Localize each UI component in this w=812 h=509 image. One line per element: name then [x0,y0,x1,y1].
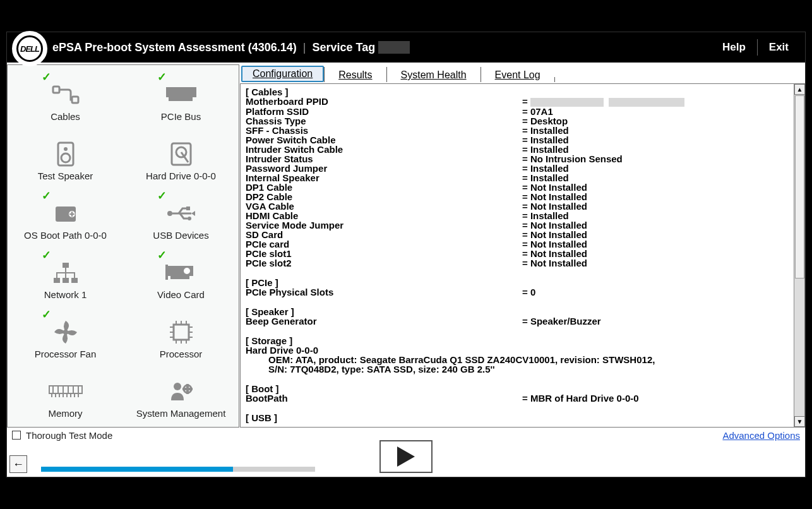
svg-rect-20 [170,276,189,279]
check-icon: ✓ [42,189,51,203]
device-label: Cables [51,111,80,122]
config-value: = No Intrusion Sensed [522,154,623,164]
config-value: = Not Installed [522,192,587,201]
config-key: Intruder Status [246,154,522,164]
config-row: Internal Speaker= Installed [246,173,789,183]
thorough-checkbox[interactable] [12,431,21,440]
check-icon: ✓ [42,70,51,84]
config-key: PCIe card [246,239,522,249]
title-separator: | [303,41,306,54]
scrollbar[interactable]: ▲ ▼ [794,84,804,427]
config-row: VGA Cable= Not Installed [246,201,789,211]
svg-rect-17 [71,278,78,283]
config-key: Chassis Type [246,116,522,126]
device-label: System Management [136,408,226,419]
tab-event-log[interactable]: Event Log [481,67,554,82]
config-value: = Installed [522,135,569,145]
config-value: = 0 [522,287,535,297]
dell-logo: DELL [12,31,47,66]
device-item[interactable]: Processor [123,306,239,366]
back-button[interactable]: ← [9,455,27,473]
device-label: PCIe Bus [161,111,201,122]
tab-results[interactable]: Results [324,67,386,82]
svg-point-11 [167,211,172,216]
cable-icon [52,81,80,109]
svg-point-5 [64,147,68,151]
config-row: SD Card= Not Installed [246,230,789,239]
config-value: = Installed [522,145,569,154]
advanced-options-link[interactable]: Advanced Options [722,430,800,441]
device-item[interactable]: ✓PCIe Bus [123,69,239,128]
check-icon: ✓ [157,248,167,262]
config-key: Beep Generator [246,316,522,326]
config-line: Hard Drive 0-0-0 [246,345,789,355]
svg-rect-28 [182,388,193,390]
svg-rect-15 [54,278,60,283]
play-button[interactable] [379,440,433,473]
svg-rect-14 [63,263,69,268]
section-header: [ Boot ] [246,384,789,393]
device-item[interactable]: Memory [8,366,123,425]
config-value: = Speaker/Buzzer [522,316,601,326]
tab-system-health[interactable]: System Health [386,67,481,82]
config-value: = Not Installed [522,249,587,258]
exit-button[interactable]: Exit [758,37,800,57]
device-item[interactable]: ✓Processor Fan [8,306,123,366]
device-item[interactable]: System Management [123,366,239,425]
config-value: = 07A1 [522,107,553,116]
device-label: Hard Drive 0-0-0 [146,171,216,181]
config-row: SFF - Chassis= Installed [246,126,789,135]
network-icon [52,259,79,287]
config-value: = Not Installed [522,239,587,249]
tab-configuration[interactable]: Configuration [241,66,324,82]
section-header: [ Storage ] [246,336,789,345]
svg-point-19 [184,268,190,274]
scroll-up-button[interactable]: ▲ [794,84,805,95]
config-value: = Installed [522,173,569,183]
boot-icon [53,200,78,227]
service-tag-value [378,41,410,54]
device-item[interactable]: ✓Network 1 [8,247,123,306]
device-item[interactable]: ✓Cables [8,69,123,128]
config-value: = Not Installed [522,258,587,268]
config-row: Power Switch Cable= Installed [246,135,789,145]
scroll-down-button[interactable]: ▼ [794,416,805,427]
progress-bar [41,467,315,472]
scroll-thumb[interactable] [795,95,804,278]
config-area: [ Cables ]Motherboard PPID= Platform SSI… [240,83,805,428]
device-item[interactable]: ✓Video Card [123,247,239,306]
sysmgmt-icon [169,378,194,405]
hdd-icon [170,140,192,168]
config-key: Internal Speaker [246,173,522,183]
config-key: PCIe slot2 [246,258,522,268]
memory-icon [48,378,83,405]
config-key: PCIe slot1 [246,249,522,258]
check-icon: ✓ [157,189,167,203]
help-button[interactable]: Help [711,37,757,57]
config-value: = Installed [522,126,569,135]
device-label: Test Speaker [38,171,93,181]
config-key: Motherboard PPID [246,97,522,107]
tab-end-divider [554,77,555,82]
device-panel: ✓Cables✓PCIe BusTest SpeakerHard Drive 0… [7,64,239,428]
config-row: PCIe slot1= Not Installed [246,249,789,258]
config-row: Chassis Type= Desktop [246,116,789,126]
device-label: Memory [48,408,82,419]
config-key: SFF - Chassis [246,126,522,135]
config-key: BootPath [246,393,522,403]
config-row: PCIe Physical Slots= 0 [246,287,789,297]
device-label: USB Devices [153,230,208,241]
config-row: PCIe slot2= Not Installed [246,258,789,268]
device-item[interactable]: Test Speaker [8,128,123,188]
config-value: = Installed [522,211,569,220]
device-item[interactable]: ✓OS Boot Path 0-0-0 [8,188,123,247]
device-item[interactable]: Hard Drive 0-0-0 [123,128,239,188]
cpu-icon [169,318,194,346]
config-text: [ Cables ]Motherboard PPID= Platform SSI… [241,84,794,427]
config-row: Motherboard PPID= [246,97,789,107]
config-value: = [522,97,684,107]
svg-rect-21 [165,265,168,280]
play-icon [397,446,415,467]
device-item[interactable]: ✓USB Devices [123,188,239,247]
svg-point-6 [61,153,70,162]
